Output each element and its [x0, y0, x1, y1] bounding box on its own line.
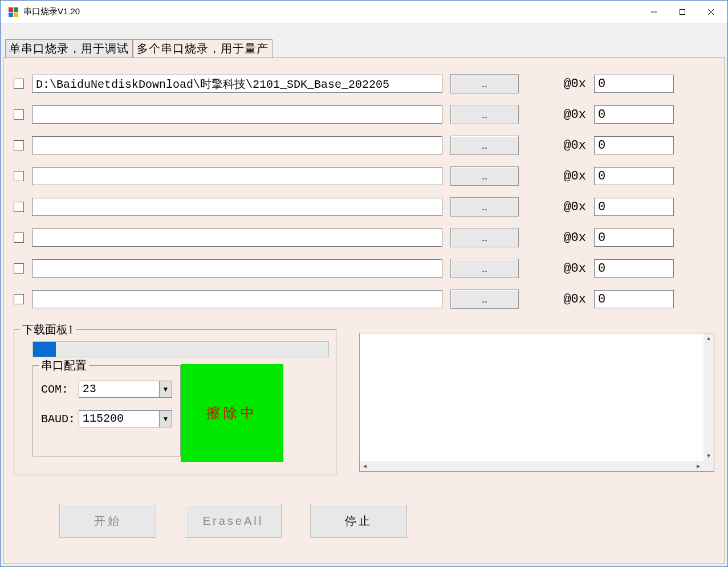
- tab-page-multi: ..@0x..@0x..@0x..@0x..@0x..@0x..@0x..@0x…: [3, 58, 725, 564]
- address-input[interactable]: [594, 290, 674, 308]
- scroll-left-icon[interactable]: ◀: [360, 461, 370, 471]
- serial-config-group: 串口配置 COM: 23 ▼ BAUD:: [32, 365, 181, 456]
- file-row-checkbox[interactable]: [14, 79, 24, 89]
- file-row-checkbox[interactable]: [14, 294, 24, 304]
- com-label: COM:: [41, 383, 75, 396]
- address-prefix-label: @0x: [552, 200, 586, 214]
- browse-button[interactable]: ..: [450, 136, 519, 155]
- file-path-input[interactable]: [32, 290, 442, 308]
- address-input[interactable]: [594, 167, 674, 185]
- file-row-checkbox[interactable]: [14, 202, 24, 212]
- browse-button[interactable]: ..: [450, 105, 519, 124]
- scroll-up-icon[interactable]: ▲: [703, 333, 714, 344]
- app-icon: [7, 6, 19, 18]
- lower-section: 下载面板1 串口配置 COM: 23 ▼: [14, 329, 714, 475]
- window-title: 串口烧录V1.20: [23, 6, 80, 17]
- chevron-down-icon[interactable]: ▼: [159, 411, 172, 427]
- file-row: ..@0x: [14, 105, 714, 124]
- address-input[interactable]: [594, 229, 674, 247]
- tab-multi-port[interactable]: 多个串口烧录，用于量产: [133, 39, 273, 58]
- baud-label: BAUD:: [41, 413, 75, 426]
- file-path-input[interactable]: [32, 75, 442, 93]
- file-path-input[interactable]: [32, 229, 442, 247]
- browse-button[interactable]: ..: [450, 197, 519, 217]
- address-prefix-label: @0x: [552, 77, 586, 91]
- file-path-input[interactable]: [32, 136, 442, 154]
- file-row: ..@0x: [14, 259, 714, 278]
- file-path-input[interactable]: [32, 167, 442, 185]
- file-row: ..@0x: [14, 166, 714, 186]
- download-panel-legend: 下载面板1: [20, 322, 76, 337]
- address-input[interactable]: [594, 198, 674, 216]
- file-row: ..@0x: [14, 136, 714, 155]
- file-row: ..@0x: [14, 197, 714, 217]
- minimize-button[interactable]: [640, 1, 668, 23]
- log-textarea[interactable]: ▲ ▼ ◀ ▶: [359, 333, 714, 472]
- download-panel-group: 下载面板1 串口配置 COM: 23 ▼: [14, 329, 336, 475]
- erase-all-button[interactable]: EraseAll: [185, 504, 282, 538]
- start-button[interactable]: 开始: [59, 504, 156, 538]
- client-area: 单串口烧录，用于调试 多个串口烧录，用于量产 ..@0x..@0x..@0x..…: [1, 23, 727, 566]
- com-select[interactable]: 23 ▼: [79, 381, 172, 398]
- browse-button[interactable]: ..: [450, 228, 519, 247]
- address-prefix-label: @0x: [552, 169, 586, 183]
- file-path-input[interactable]: [32, 198, 442, 216]
- address-prefix-label: @0x: [552, 108, 586, 122]
- address-prefix-label: @0x: [552, 231, 586, 245]
- file-row-checkbox[interactable]: [14, 140, 24, 150]
- browse-button[interactable]: ..: [450, 289, 519, 309]
- browse-button[interactable]: ..: [450, 259, 519, 278]
- file-row-checkbox[interactable]: [14, 263, 24, 274]
- address-prefix-label: @0x: [552, 292, 586, 307]
- address-prefix-label: @0x: [552, 262, 586, 276]
- address-input[interactable]: [594, 75, 674, 93]
- file-row: ..@0x: [14, 289, 714, 309]
- address-prefix-label: @0x: [552, 138, 586, 153]
- scroll-right-icon[interactable]: ▶: [693, 461, 703, 471]
- horizontal-scrollbar[interactable]: ◀ ▶: [360, 461, 714, 471]
- address-input[interactable]: [594, 136, 674, 154]
- browse-button[interactable]: ..: [450, 74, 519, 93]
- file-rows-container: ..@0x..@0x..@0x..@0x..@0x..@0x..@0x..@0x: [14, 74, 714, 309]
- file-row-checkbox[interactable]: [14, 109, 24, 120]
- serial-config-legend: 串口配置: [39, 358, 89, 373]
- titlebar: 串口烧录V1.20: [1, 1, 727, 23]
- baud-select[interactable]: 115200 ▼: [79, 410, 172, 427]
- address-input[interactable]: [594, 105, 674, 124]
- com-value: 23: [79, 381, 159, 397]
- address-input[interactable]: [594, 259, 674, 278]
- baud-value: 115200: [79, 411, 159, 427]
- tab-single-port[interactable]: 单串口烧录，用于调试: [5, 39, 133, 58]
- svg-rect-1: [680, 9, 685, 14]
- file-path-input[interactable]: [32, 259, 442, 278]
- chevron-down-icon[interactable]: ▼: [159, 381, 172, 397]
- maximize-button[interactable]: [668, 1, 697, 23]
- file-row-checkbox[interactable]: [14, 232, 24, 243]
- stop-button[interactable]: 停止: [310, 504, 407, 538]
- tabstrip: 单串口烧录，用于调试 多个串口烧录，用于量产: [5, 39, 725, 58]
- status-indicator: 擦除中: [181, 364, 283, 462]
- file-row: ..@0x: [14, 228, 714, 247]
- file-row-checkbox[interactable]: [14, 171, 24, 181]
- close-button[interactable]: [697, 1, 725, 23]
- vertical-scrollbar[interactable]: ▲ ▼: [703, 333, 714, 461]
- progress-fill: [33, 342, 56, 357]
- app-window: 串口烧录V1.20 单串口烧录，用于调试 多个串口烧录，用于量产 ..@0x..…: [0, 0, 728, 567]
- file-path-input[interactable]: [32, 105, 442, 124]
- scroll-down-icon[interactable]: ▼: [703, 451, 714, 461]
- file-row: ..@0x: [14, 74, 714, 93]
- browse-button[interactable]: ..: [450, 166, 519, 186]
- action-buttons: 开始 EraseAll 停止: [59, 504, 714, 538]
- progress-bar: [32, 341, 329, 357]
